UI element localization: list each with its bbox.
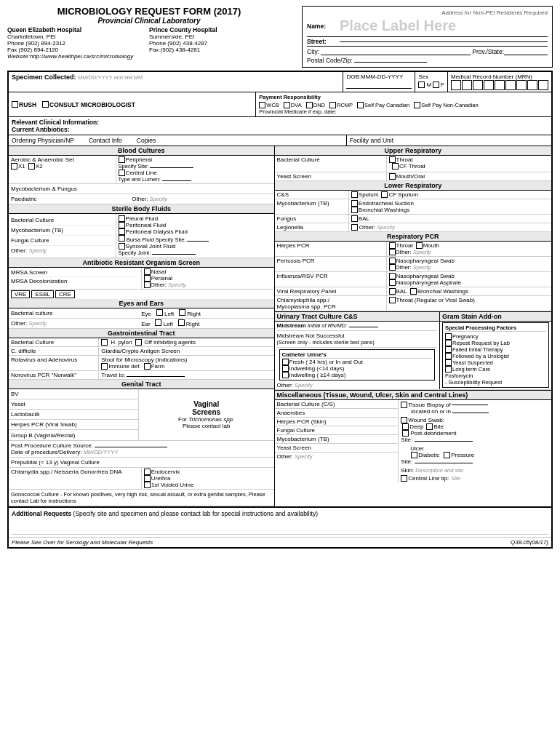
- bal-checkbox[interactable]: [351, 215, 358, 222]
- rcmp-item: RCMP: [329, 102, 353, 108]
- h-pylori-checkbox[interactable]: [101, 339, 108, 346]
- central-line-checkbox[interactable]: [119, 170, 125, 176]
- chlamydophila-row: Chlamydophila spp./ Mycoplasma spp. PCR …: [275, 296, 551, 311]
- cre-box: CRE: [55, 290, 75, 298]
- urethra-checkbox[interactable]: [144, 475, 151, 482]
- bal-viral-checkbox[interactable]: [389, 288, 396, 295]
- pregnancy-checkbox[interactable]: [445, 333, 452, 340]
- central-line-tip-checkbox[interactable]: [401, 475, 407, 482]
- gi-bacterial-options: H. pylori Off inhibiting agents: [99, 338, 273, 346]
- followed-checkbox[interactable]: [445, 353, 452, 359]
- gi-header: Gastrointestinal Tract: [9, 329, 274, 338]
- peripheral-checkbox[interactable]: [119, 156, 125, 163]
- mycobacterium-misc-row: Mycobacterium (TB): [275, 435, 399, 444]
- other-mrsa-checkbox[interactable]: [144, 282, 151, 288]
- indwelling2-checkbox[interactable]: [282, 372, 289, 378]
- post-debridement-checkbox[interactable]: [402, 430, 409, 437]
- other-lower-checkbox[interactable]: [351, 224, 358, 231]
- bronchial-wash-checkbox[interactable]: [351, 207, 358, 213]
- rush-checkbox[interactable]: [12, 101, 18, 108]
- self-pay-non-can-checkbox[interactable]: [414, 102, 420, 108]
- mrn-box-5[interactable]: [495, 80, 505, 90]
- endocervix-checkbox[interactable]: [144, 469, 151, 475]
- dnd-checkbox[interactable]: [306, 102, 313, 108]
- pleural-checkbox[interactable]: [119, 215, 125, 222]
- yeast-upper-row: Yeast Screen Mouth/Oral: [275, 172, 551, 181]
- sputum-checkbox[interactable]: [351, 191, 358, 198]
- throat-regular-item: Throat (Regular or Viral Swab): [389, 297, 549, 303]
- mrn-box-4[interactable]: [484, 80, 494, 90]
- indwelling1-checkbox[interactable]: [282, 365, 289, 372]
- mrn-box-2[interactable]: [462, 80, 472, 90]
- blood-cultures-header: Blood Cultures: [9, 146, 274, 156]
- tissue-biopsy-checkbox[interactable]: [401, 402, 407, 408]
- eye-right-checkbox[interactable]: [179, 309, 185, 316]
- mrn-box-8[interactable]: [527, 80, 537, 90]
- other-herpes-checkbox[interactable]: [389, 249, 396, 255]
- wcb-checkbox[interactable]: [259, 102, 265, 108]
- cf-throat-checkbox[interactable]: [392, 163, 399, 170]
- bursa-checkbox[interactable]: [119, 235, 125, 242]
- nasal-checkbox[interactable]: [144, 268, 151, 275]
- sex-f-checkbox[interactable]: [433, 81, 439, 88]
- bal-viral-item: BAL: [389, 288, 407, 295]
- pressure-checkbox[interactable]: [444, 452, 450, 458]
- diabetic-checkbox[interactable]: [411, 452, 417, 458]
- x2-checkbox[interactable]: [28, 163, 35, 170]
- synovial-checkbox[interactable]: [119, 243, 125, 250]
- mrn-box-7[interactable]: [516, 80, 527, 90]
- mouth-herpes-checkbox[interactable]: [416, 242, 423, 249]
- vaginal-screens-label: Vaginal: [178, 400, 234, 408]
- bite-checkbox[interactable]: [426, 423, 433, 430]
- perianal-checkbox[interactable]: [144, 275, 151, 282]
- mouth-oral-checkbox[interactable]: [389, 173, 396, 180]
- ear-right-checkbox[interactable]: [178, 319, 185, 326]
- failed-checkbox[interactable]: [445, 346, 452, 353]
- bronchial-viral-checkbox[interactable]: [410, 288, 417, 295]
- long-term-checkbox[interactable]: [445, 366, 452, 372]
- dva-checkbox[interactable]: [284, 102, 290, 108]
- yeast-suspected-checkbox[interactable]: [445, 359, 452, 366]
- peritoneal-dialysis-checkbox[interactable]: [119, 228, 125, 235]
- peritoneal-checkbox[interactable]: [119, 222, 125, 228]
- endotracheal-checkbox[interactable]: [351, 200, 358, 207]
- deep-checkbox[interactable]: [402, 423, 409, 430]
- nasopharyngeal-aspirate-checkbox[interactable]: [389, 279, 396, 286]
- sex-m-checkbox[interactable]: [418, 81, 425, 88]
- other-pertussis-checkbox[interactable]: [389, 264, 396, 271]
- mrn-box-9[interactable]: [538, 80, 548, 90]
- nasopharyngeal-influenza-checkbox[interactable]: [389, 273, 396, 279]
- misc-main-row: Bacterial Culture (C/S) Anaerobes Herpes…: [275, 400, 551, 483]
- throat-herpes-checkbox[interactable]: [389, 242, 396, 249]
- throat-regular-checkbox[interactable]: [389, 297, 396, 303]
- urethra-item: Urethra: [144, 475, 272, 482]
- throat-checkbox[interactable]: [389, 156, 396, 163]
- sterile-main-row: Bacterial Culture Mycobacterium (TB) Fun…: [9, 214, 274, 258]
- consult-checkbox[interactable]: [42, 101, 49, 108]
- sex-label: Sex: [418, 73, 444, 80]
- fresh-checkbox[interactable]: [282, 359, 289, 365]
- immune-def-checkbox[interactable]: [101, 363, 108, 370]
- two-col-main: Blood Cultures Aerobic & Anaerobic Set X…: [9, 146, 551, 507]
- eye-left-checkbox[interactable]: [156, 309, 163, 316]
- x1-checkbox[interactable]: [11, 163, 17, 170]
- gi-bacterial-row: Bacterial Culture H. pylori Off inhibiti…: [9, 338, 274, 347]
- mrn-box-1[interactable]: [451, 80, 461, 90]
- off-inhibiting-checkbox[interactable]: [135, 339, 142, 346]
- mrn-cell: Medical Record Number (MRN): [448, 72, 551, 92]
- self-pay-can-checkbox[interactable]: [357, 102, 364, 108]
- sputum-options: Sputum CF Sputum: [349, 191, 551, 199]
- mrn-box-6[interactable]: [505, 80, 516, 90]
- cf-sputum-checkbox[interactable]: [381, 191, 388, 198]
- voided-checkbox[interactable]: [144, 482, 151, 488]
- repeat-checkbox[interactable]: [445, 340, 452, 346]
- other-lower-option: Other: Specify: [349, 223, 551, 231]
- bacterial-culture-eyes-row: Bacterial culture Eye Left Right: [9, 308, 274, 319]
- wound-swab-checkbox[interactable]: [401, 417, 407, 423]
- nasopharyngeal-pertussis-checkbox[interactable]: [389, 258, 396, 264]
- mrn-box-3[interactable]: [473, 80, 483, 90]
- farm-checkbox[interactable]: [144, 363, 151, 370]
- rcmp-checkbox[interactable]: [329, 102, 336, 108]
- ear-left-checkbox[interactable]: [155, 319, 161, 326]
- long-term-item: Long term Care: [445, 366, 546, 372]
